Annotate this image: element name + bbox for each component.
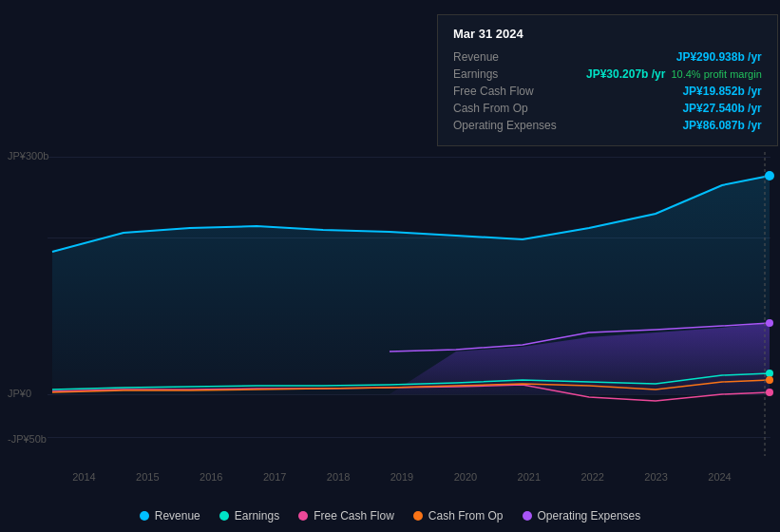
x-label-2014: 2014 bbox=[72, 471, 95, 483]
x-label-2020: 2020 bbox=[454, 471, 477, 483]
tooltip-value-earnings: JP¥30.207b /yr bbox=[586, 67, 665, 81]
legend-dot-fcf bbox=[298, 511, 308, 521]
legend-label-opexp: Operating Expenses bbox=[538, 509, 641, 522]
svg-point-2 bbox=[766, 370, 773, 377]
x-label-2024: 2024 bbox=[708, 471, 731, 483]
x-label-2019: 2019 bbox=[390, 471, 413, 483]
tooltip-label-revenue: Revenue bbox=[453, 50, 586, 64]
x-label-2022: 2022 bbox=[580, 471, 603, 483]
legend-dot-opexp bbox=[523, 511, 532, 521]
x-axis: 2014 2015 2016 2017 2018 2019 2020 2021 … bbox=[0, 471, 780, 483]
x-label-2023: 2023 bbox=[644, 471, 667, 483]
tooltip-date: Mar 31 2024 bbox=[453, 27, 762, 41]
x-label-2018: 2018 bbox=[327, 471, 350, 483]
tooltip-row-opexp: Operating Expenses JP¥86.087b /yr bbox=[453, 117, 762, 134]
legend-item-earnings[interactable]: Earnings bbox=[219, 509, 279, 522]
legend-label-revenue: Revenue bbox=[155, 509, 200, 522]
tooltip-value-revenue: JP¥290.938b /yr bbox=[676, 50, 762, 64]
profit-margin-label: 10.4% profit margin bbox=[671, 68, 761, 80]
tooltip: Mar 31 2024 Revenue JP¥290.938b /yr Earn… bbox=[437, 14, 778, 146]
tooltip-value-cashop: JP¥27.540b /yr bbox=[682, 102, 761, 115]
legend-item-fcf[interactable]: Free Cash Flow bbox=[298, 509, 394, 522]
x-label-2017: 2017 bbox=[263, 471, 286, 483]
tooltip-row-fcf: Free Cash Flow JP¥19.852b /yr bbox=[453, 83, 762, 100]
tooltip-value-opexp: JP¥86.087b /yr bbox=[682, 119, 761, 132]
tooltip-row-cashop: Cash From Op JP¥27.540b /yr bbox=[453, 100, 762, 117]
legend-dot-revenue bbox=[140, 511, 149, 521]
legend: Revenue Earnings Free Cash Flow Cash Fro… bbox=[0, 509, 780, 522]
legend-item-revenue[interactable]: Revenue bbox=[140, 509, 200, 522]
tooltip-label-fcf: Free Cash Flow bbox=[453, 85, 586, 98]
legend-dot-cashop bbox=[413, 511, 423, 521]
tooltip-label-opexp: Operating Expenses bbox=[453, 119, 586, 132]
x-label-2015: 2015 bbox=[136, 471, 159, 483]
legend-label-cashop: Cash From Op bbox=[428, 509, 504, 522]
tooltip-label-earnings: Earnings bbox=[453, 67, 586, 81]
legend-item-opexp[interactable]: Operating Expenses bbox=[523, 509, 641, 522]
svg-point-3 bbox=[766, 389, 773, 396]
x-label-2021: 2021 bbox=[518, 471, 541, 483]
x-label-2016: 2016 bbox=[200, 471, 222, 483]
svg-point-1 bbox=[765, 171, 774, 180]
tooltip-value-fcf: JP¥19.852b /yr bbox=[682, 85, 761, 98]
svg-point-4 bbox=[766, 376, 773, 384]
chart-container: JP¥300b JP¥0 -JP¥50b bbox=[0, 0, 780, 532]
legend-label-fcf: Free Cash Flow bbox=[314, 509, 394, 522]
legend-label-earnings: Earnings bbox=[235, 509, 279, 522]
legend-item-cashop[interactable]: Cash From Op bbox=[413, 509, 504, 522]
svg-point-5 bbox=[766, 319, 773, 327]
tooltip-row-revenue: Revenue JP¥290.938b /yr bbox=[453, 48, 762, 66]
legend-dot-earnings bbox=[219, 511, 229, 521]
tooltip-label-cashop: Cash From Op bbox=[453, 102, 586, 115]
tooltip-row-earnings: Earnings JP¥30.207b /yr 10.4% profit mar… bbox=[453, 66, 762, 83]
